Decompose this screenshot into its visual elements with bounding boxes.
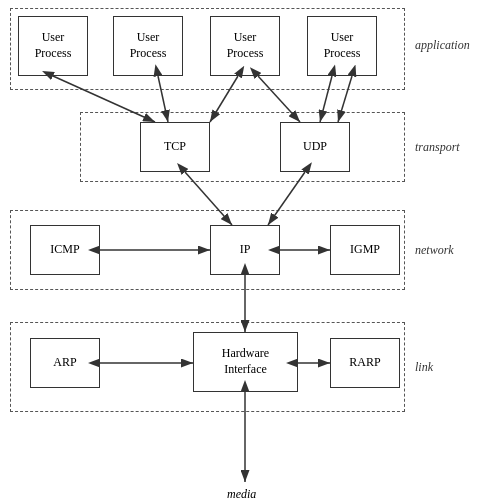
application-label: application xyxy=(415,38,470,53)
tcp-label: TCP xyxy=(164,139,186,155)
ip-box: IP xyxy=(210,225,280,275)
transport-label: transport xyxy=(415,140,460,155)
user-process-2: User Process xyxy=(113,16,183,76)
icmp-box: ICMP xyxy=(30,225,100,275)
up1-label: User Process xyxy=(35,30,72,61)
igmp-box: IGMP xyxy=(330,225,400,275)
arp-label: ARP xyxy=(53,355,76,371)
tcp-box: TCP xyxy=(140,122,210,172)
icmp-label: ICMP xyxy=(50,242,79,258)
udp-box: UDP xyxy=(280,122,350,172)
network-label: network xyxy=(415,243,454,258)
user-process-4: User Process xyxy=(307,16,377,76)
hw-label: Hardware Interface xyxy=(222,346,269,377)
transport-layer xyxy=(80,112,405,182)
rarp-box: RARP xyxy=(330,338,400,388)
user-process-3: User Process xyxy=(210,16,280,76)
link-label: link xyxy=(415,360,433,375)
up2-label: User Process xyxy=(130,30,167,61)
up4-label: User Process xyxy=(324,30,361,61)
rarp-label: RARP xyxy=(349,355,380,371)
hardware-interface-box: Hardware Interface xyxy=(193,332,298,392)
up3-label: User Process xyxy=(227,30,264,61)
igmp-label: IGMP xyxy=(350,242,380,258)
arp-box: ARP xyxy=(30,338,100,388)
udp-label: UDP xyxy=(303,139,327,155)
network-diagram: application User Process User Process Us… xyxy=(0,0,500,504)
media-label: media xyxy=(227,487,256,502)
ip-label: IP xyxy=(240,242,251,258)
user-process-1: User Process xyxy=(18,16,88,76)
